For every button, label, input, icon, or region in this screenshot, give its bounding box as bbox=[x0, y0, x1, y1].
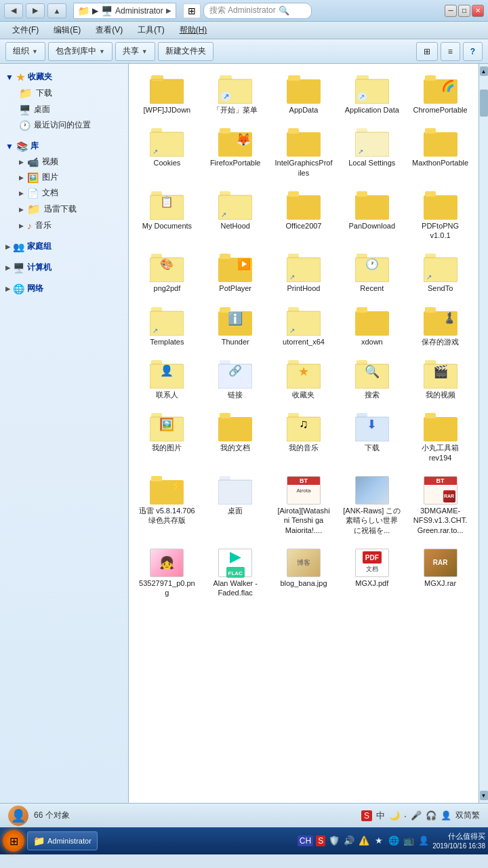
list-item[interactable]: 🌈 ChromePortable bbox=[407, 69, 473, 119]
sidebar-item-xunlei[interactable]: ▶ 📁 迅雷下载 bbox=[3, 201, 125, 218]
list-item[interactable]: RAR MGXJ.rar bbox=[407, 542, 473, 603]
start-button[interactable]: ⊞ bbox=[3, 830, 24, 852]
favorites-header[interactable]: ▼ ★ 收藏夹 bbox=[3, 69, 125, 85]
sidebar-item-music[interactable]: ▶ ♪ 音乐 bbox=[3, 218, 125, 233]
sidebar-item-recent[interactable]: 🕐 最近访问的位置 bbox=[3, 117, 125, 133]
list-item[interactable]: ↗ Local Settings bbox=[339, 122, 405, 182]
svg-rect-19 bbox=[288, 128, 299, 134]
folder-icon-mymusic: ♫ bbox=[287, 412, 321, 443]
address-bar[interactable]: 📁 ▶ 🖥️ Administrator ▶ bbox=[73, 3, 176, 19]
tray-icon-ch[interactable]: CH bbox=[298, 835, 313, 846]
list-item[interactable]: 🎨 png2pdf bbox=[134, 248, 200, 298]
scroll-up[interactable]: ▲ bbox=[480, 66, 488, 76]
favorites-label: 收藏夹 bbox=[28, 71, 52, 83]
list-item[interactable]: ↗ SendTo bbox=[407, 248, 473, 298]
search-bar[interactable]: 搜索 Administrator 🔍 bbox=[203, 3, 312, 19]
folder-icon-cookies: ↗ bbox=[150, 127, 184, 158]
list-item[interactable]: [ANK-Raws] この素晴らしい世界に祝福を... bbox=[339, 470, 405, 540]
view-toggle-button[interactable]: ⊞ bbox=[416, 42, 438, 61]
tray-icon-person[interactable]: 👤 bbox=[418, 835, 430, 847]
library-header[interactable]: ▼ 📚 库 bbox=[3, 138, 125, 154]
list-item[interactable]: ℹ️ Thunder bbox=[203, 301, 268, 351]
list-item[interactable]: 👧 53527971_p0.png bbox=[134, 542, 200, 603]
forward-button[interactable]: ▶ bbox=[26, 3, 45, 18]
list-item[interactable]: ★ 收藏夹 bbox=[271, 354, 337, 404]
list-item[interactable]: PanDownload bbox=[339, 185, 405, 245]
list-item[interactable]: 我的文档 bbox=[203, 407, 268, 467]
tray-icon-star[interactable]: ★ bbox=[373, 835, 385, 847]
new-folder-button[interactable]: 新建文件夹 bbox=[158, 42, 214, 61]
list-item[interactable]: 🎬 我的视频 bbox=[407, 354, 473, 404]
list-item[interactable]: 小丸工具箱 rev194 bbox=[407, 407, 473, 467]
list-item[interactable]: MaxthonPortable bbox=[407, 122, 473, 182]
share-button[interactable]: 共享 ▼ bbox=[115, 42, 155, 61]
list-item[interactable]: 🕐 Recent bbox=[339, 248, 405, 298]
list-item[interactable]: ▶️ PotPlayer bbox=[203, 248, 268, 298]
sidebar-item-image[interactable]: ▶ 🖼️ 图片 bbox=[3, 170, 125, 185]
sidebar-item-doc[interactable]: ▶ 📄 文档 bbox=[3, 185, 125, 201]
tray-icon-s[interactable]: S bbox=[316, 835, 325, 846]
list-item[interactable]: [WPF]JJDown bbox=[134, 69, 200, 119]
list-item[interactable]: ♟️ 保存的游戏 bbox=[407, 301, 473, 351]
file-label: 下载 bbox=[365, 443, 380, 452]
tray-icon-monitor[interactable]: 📺 bbox=[403, 835, 415, 847]
back-button[interactable]: ◀ bbox=[4, 3, 23, 18]
list-item[interactable]: PDF 文档 MGXJ.pdf bbox=[339, 542, 405, 603]
network-header[interactable]: ▶ 🌐 网络 bbox=[3, 281, 125, 296]
list-item[interactable]: ↗ utorrent_x64 bbox=[271, 301, 337, 351]
menu-tools[interactable]: 工具(T) bbox=[131, 23, 171, 37]
list-item[interactable]: ↗ PrintHood bbox=[271, 248, 337, 298]
include-library-button[interactable]: 包含到库中 ▼ bbox=[48, 42, 113, 61]
sidebar-item-desktop[interactable]: 🖥️ 桌面 bbox=[3, 102, 125, 117]
list-item[interactable]: xdown bbox=[339, 301, 405, 351]
list-item[interactable]: PDFtoPNG v1.0.1 bbox=[407, 185, 473, 245]
list-item[interactable]: 🔍 搜索 bbox=[339, 354, 405, 404]
help-button[interactable]: ? bbox=[463, 42, 483, 61]
minimize-button[interactable]: ─ bbox=[445, 5, 457, 17]
tray-icon-speaker[interactable]: 🔊 bbox=[343, 835, 355, 847]
menu-edit[interactable]: 编辑(E) bbox=[47, 23, 87, 37]
list-item[interactable]: Office2007 bbox=[271, 185, 337, 245]
list-item[interactable]: ♫ 我的音乐 bbox=[271, 407, 337, 467]
list-item[interactable]: 🔗 链接 bbox=[203, 354, 268, 404]
menu-view[interactable]: 查看(V) bbox=[89, 23, 129, 37]
svg-rect-93 bbox=[218, 480, 252, 505]
scroll-down[interactable]: ▼ bbox=[480, 791, 488, 800]
list-item[interactable]: 🖼️ 我的图片 bbox=[134, 407, 200, 467]
tray-icon-shield[interactable]: 🛡️ bbox=[328, 835, 340, 847]
close-button[interactable]: ✕ bbox=[472, 5, 484, 17]
organize-button[interactable]: 组织 ▼ bbox=[5, 42, 45, 61]
tray-icon-warn[interactable]: ⚠️ bbox=[358, 835, 370, 847]
homegroup-header[interactable]: ▶ 👥 家庭组 bbox=[3, 239, 125, 254]
tray-icon-globe[interactable]: 🌐 bbox=[388, 835, 400, 847]
list-item[interactable]: ↗ NetHood bbox=[203, 185, 268, 245]
list-item[interactable]: IntelGraphicsProfiles bbox=[271, 122, 337, 182]
list-item[interactable]: 👤 联系人 bbox=[134, 354, 200, 404]
taskbar-explorer[interactable]: 📁 Administrator bbox=[27, 831, 98, 850]
list-item[interactable]: ↗ 「开始」菜单 bbox=[203, 69, 268, 119]
list-item[interactable]: ⚡ 迅雷 v5.8.14.706 绿色共存版 bbox=[134, 470, 200, 540]
list-item[interactable]: AppData bbox=[271, 69, 337, 119]
list-item[interactable]: ▶ FLAC Alan Walker - Faded.flac bbox=[203, 542, 268, 603]
view-details-button[interactable]: ≡ bbox=[441, 42, 460, 61]
list-item[interactable]: ↗ Cookies bbox=[134, 122, 200, 182]
list-item[interactable]: 📋 My Documents bbox=[134, 185, 200, 245]
list-item[interactable]: ↗ Application Data bbox=[339, 69, 405, 119]
list-item[interactable]: 桌面 bbox=[203, 470, 268, 540]
up-button[interactable]: ▲ bbox=[47, 3, 66, 18]
list-item[interactable]: 🦊 FirefoxPortable bbox=[203, 122, 268, 182]
list-item[interactable]: 博客 blog_bana.jpg bbox=[271, 542, 337, 603]
scrollbar[interactable]: ▲ ▼ bbox=[479, 64, 488, 803]
menu-help[interactable]: 帮助(H) bbox=[173, 23, 214, 37]
firefox-icon: 🦊 bbox=[236, 132, 251, 147]
sidebar-item-download[interactable]: 📁 下载 bbox=[3, 85, 125, 102]
list-item[interactable]: BT Airota [Airota][Watashi ni Tenshi ga … bbox=[271, 470, 337, 540]
computer-header[interactable]: ▶ 🖥️ 计算机 bbox=[3, 260, 125, 275]
sidebar-item-video[interactable]: ▶ 📹 视频 bbox=[3, 154, 125, 170]
list-item[interactable]: ⬇ 下载 bbox=[339, 407, 405, 467]
restore-button[interactable]: □ bbox=[458, 5, 470, 17]
scroll-thumb[interactable] bbox=[480, 90, 488, 117]
list-item[interactable]: BT RAR 3DMGAME-NFS9.v1.3.CHT.Green.rar.t… bbox=[407, 470, 473, 540]
list-item[interactable]: ↗ Templates bbox=[134, 301, 200, 351]
menu-file[interactable]: 文件(F) bbox=[5, 23, 45, 37]
